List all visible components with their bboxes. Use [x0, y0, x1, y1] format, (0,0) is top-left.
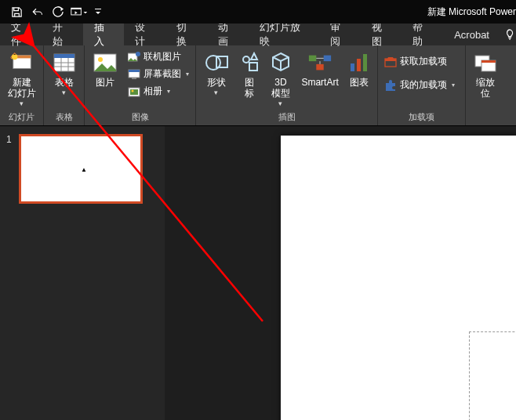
tab-design[interactable]: 设计	[124, 24, 165, 45]
new-slide-button[interactable]: 新建 幻灯片 ▾	[3, 47, 40, 107]
tab-view[interactable]: 视图	[361, 24, 402, 45]
group-slides: 新建 幻灯片 ▾ 幻灯片	[0, 45, 44, 125]
chevron-down-icon: ▾	[186, 71, 189, 78]
tab-acrobat[interactable]: Acrobat	[443, 24, 500, 45]
svg-point-20	[243, 56, 249, 63]
group-zoom: 缩放 位	[466, 45, 505, 125]
svg-rect-25	[351, 63, 354, 71]
group-images: 图片 联机图片 屏幕截图 ▾ 相册 ▾ 图像	[85, 45, 196, 125]
chevron-down-icon: ▾	[452, 81, 455, 89]
table-button[interactable]: 表格 ▾	[47, 47, 81, 96]
picture-label: 图片	[96, 77, 114, 88]
svg-point-17	[132, 89, 134, 92]
cube-icon	[268, 50, 293, 75]
svg-rect-23	[324, 56, 331, 62]
picture-button[interactable]: 图片	[88, 47, 122, 88]
svg-rect-21	[249, 63, 257, 71]
svg-rect-29	[385, 59, 396, 61]
tab-review[interactable]: 审阅	[319, 24, 361, 45]
title-bar: 新建 Microsoft Power	[0, 0, 516, 24]
group-slides-label: 幻灯片	[3, 110, 40, 125]
chevron-down-icon: ▾	[214, 89, 218, 96]
table-icon	[52, 50, 77, 75]
group-addins-label: 加载项	[381, 110, 462, 125]
photo-album-icon	[128, 85, 140, 98]
ribbon: 新建 幻灯片 ▾ 幻灯片 表格 ▾ 表格 图片	[0, 45, 516, 126]
smartart-icon	[307, 50, 332, 75]
slide-thumbnail-1[interactable]: 1 ▲	[6, 134, 158, 204]
qat-customize-button[interactable]	[93, 2, 104, 22]
icons-label: 图 标	[245, 77, 254, 99]
tab-transitions[interactable]: 切换	[165, 24, 207, 45]
svg-point-11	[136, 52, 140, 56]
3d-models-button[interactable]: 3D 模型 ▾	[266, 47, 296, 107]
screenshot-button[interactable]: 屏幕截图 ▾	[125, 66, 192, 82]
content-placeholder[interactable]	[469, 331, 516, 420]
tab-slideshow[interactable]: 幻灯片放映	[249, 24, 319, 45]
svg-point-5	[11, 54, 17, 60]
redo-button[interactable]	[50, 2, 66, 22]
icons-icon	[237, 50, 262, 75]
svg-rect-24	[316, 64, 323, 71]
svg-rect-27	[363, 54, 367, 71]
undo-button[interactable]	[28, 2, 49, 22]
thumbnail-preview: ▲	[19, 134, 143, 204]
ribbon-tabs: 文件 开始 插入 设计 切换 动画 幻灯片放映 审阅 视图 帮助 Acrobat	[0, 24, 516, 45]
app-title: 新建 Microsoft Power	[427, 0, 516, 24]
photo-album-label: 相册	[144, 85, 162, 98]
svg-rect-14	[132, 78, 136, 79]
svg-rect-22	[309, 56, 316, 62]
group-tables: 表格 ▾ 表格	[44, 45, 85, 125]
svg-rect-1	[71, 8, 82, 9]
thumbnail-mark: ▲	[81, 166, 87, 173]
photo-album-button[interactable]: 相册 ▾	[125, 83, 192, 100]
icons-button[interactable]: 图 标	[236, 47, 263, 99]
group-illustrations: 形状 ▾ 图 标 3D 模型 ▾ SmartArt	[196, 45, 378, 125]
slide-thumbnails-pane: 1 ▲	[0, 126, 165, 420]
chart-label: 图表	[350, 77, 369, 88]
chevron-down-icon: ▾	[62, 89, 66, 96]
tab-insert[interactable]: 插入	[83, 24, 125, 45]
tab-home[interactable]: 开始	[42, 24, 83, 45]
my-addins-label: 我的加载项	[400, 78, 447, 92]
slide-canvas[interactable]	[281, 136, 516, 420]
chevron-down-icon: ▾	[278, 100, 282, 107]
tell-me-button[interactable]	[505, 24, 516, 45]
svg-rect-7	[54, 54, 74, 58]
new-slide-label: 新建 幻灯片	[8, 77, 36, 99]
get-addins-button[interactable]: 获取加载项	[381, 53, 458, 70]
picture-icon	[93, 50, 118, 75]
svg-rect-32	[481, 60, 496, 63]
chart-button[interactable]: 图表	[344, 47, 374, 88]
new-slide-icon	[9, 50, 35, 75]
chevron-down-icon: ▾	[167, 88, 170, 95]
3d-models-label: 3D 模型	[271, 77, 290, 99]
online-pictures-button[interactable]: 联机图片	[125, 49, 192, 65]
zoom-button[interactable]: 缩放 位	[469, 47, 502, 99]
tab-animations[interactable]: 动画	[207, 24, 249, 45]
shapes-button[interactable]: 形状 ▾	[199, 47, 233, 96]
svg-rect-2	[95, 9, 101, 9]
get-addins-label: 获取加载项	[400, 55, 447, 68]
shapes-label: 形状	[207, 77, 226, 88]
smartart-button[interactable]: SmartArt	[299, 47, 342, 88]
online-pictures-icon	[128, 51, 140, 63]
tab-file[interactable]: 文件	[0, 24, 42, 45]
svg-rect-13	[129, 70, 140, 72]
screenshot-label: 屏幕截图	[144, 67, 181, 81]
quick-access-toolbar	[0, 2, 104, 22]
group-addins: 获取加载项 我的加载项 ▾ 加载项	[378, 45, 466, 125]
my-addins-button[interactable]: 我的加载项 ▾	[381, 77, 458, 93]
puzzle-icon	[384, 79, 397, 92]
save-button[interactable]	[6, 2, 27, 22]
svg-rect-26	[357, 59, 361, 71]
svg-point-9	[98, 57, 103, 62]
group-tables-label: 表格	[47, 110, 81, 125]
store-icon	[384, 56, 397, 68]
slide-edit-area[interactable]	[165, 126, 516, 420]
workspace: 1 ▲	[0, 126, 516, 420]
tab-help[interactable]: 帮助	[402, 24, 443, 45]
start-from-beginning-button[interactable]	[67, 2, 91, 22]
group-images-label: 图像	[88, 110, 192, 125]
smartart-label: SmartArt	[301, 77, 338, 88]
